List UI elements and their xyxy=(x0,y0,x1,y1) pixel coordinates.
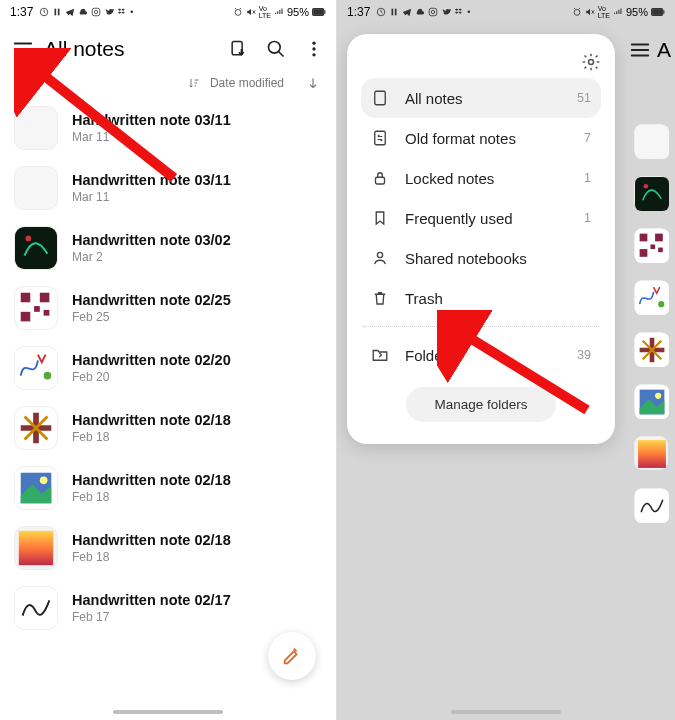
peek-thumbnail[interactable] xyxy=(634,384,668,418)
peek-thumbnail[interactable] xyxy=(634,488,668,522)
pdf-export-icon[interactable] xyxy=(228,39,248,59)
status-pause-icon xyxy=(389,7,399,17)
drawer-item-count: 7 xyxy=(584,131,591,145)
status-recent-icon xyxy=(39,7,49,17)
note-row[interactable]: Handwritten note 02/18 Feb 18 xyxy=(0,518,336,578)
svg-point-5 xyxy=(235,10,241,16)
note-date: Feb 18 xyxy=(72,550,231,564)
svg-rect-48 xyxy=(655,234,663,242)
new-note-fab[interactable] xyxy=(268,632,316,680)
drawer-item-label: Old format notes xyxy=(405,130,568,147)
page-icon xyxy=(371,89,389,107)
drawer-item-shared-notebooks[interactable]: Shared notebooks xyxy=(361,238,601,278)
sort-direction-icon[interactable] xyxy=(306,76,320,90)
note-title: Handwritten note 02/18 xyxy=(72,412,231,428)
page-title: All notes xyxy=(44,37,228,61)
status-recent-icon xyxy=(376,7,386,17)
app-header: All notes xyxy=(0,24,336,74)
svg-point-11 xyxy=(312,42,315,45)
svg-rect-19 xyxy=(21,293,31,303)
note-title: Handwritten note 03/11 xyxy=(72,172,231,188)
status-pause-icon xyxy=(52,7,62,17)
svg-point-13 xyxy=(312,53,315,56)
status-signal-icon xyxy=(613,7,623,17)
more-icon[interactable] xyxy=(304,39,324,59)
peek-thumbnail[interactable] xyxy=(634,332,668,366)
settings-gear-icon[interactable] xyxy=(581,52,601,72)
note-thumbnail xyxy=(14,106,58,150)
note-row[interactable]: Handwritten note 02/18 Feb 18 xyxy=(0,398,336,458)
drawer-item-locked-notes[interactable]: Locked notes 1 xyxy=(361,158,601,198)
home-indicator[interactable] xyxy=(113,710,223,714)
drawer-item-count: 1 xyxy=(584,211,591,225)
bookmark-icon xyxy=(371,209,389,227)
drawer-item-frequently-used[interactable]: Frequently used 1 xyxy=(361,198,601,238)
sort-row[interactable]: Date modified xyxy=(0,74,336,98)
peek-thumbnail[interactable] xyxy=(634,176,668,210)
note-row[interactable]: Handwritten note 03/11 Mar 11 xyxy=(0,98,336,158)
hamburger-menu-icon[interactable] xyxy=(12,38,34,60)
svg-rect-37 xyxy=(430,8,438,16)
svg-rect-60 xyxy=(635,489,669,523)
svg-point-65 xyxy=(377,252,382,257)
drawer-item-label: Trash xyxy=(405,290,575,307)
note-thumbnail xyxy=(14,466,58,510)
folder-icon xyxy=(371,346,389,364)
peek-thumbnail[interactable] xyxy=(634,280,668,314)
search-icon[interactable] xyxy=(266,39,286,59)
svg-rect-49 xyxy=(640,249,648,257)
note-title: Handwritten note 03/02 xyxy=(72,232,231,248)
svg-rect-50 xyxy=(650,244,655,249)
drawer-item-old-format-notes[interactable]: Old format notes 7 xyxy=(361,118,601,158)
svg-point-17 xyxy=(26,236,32,242)
drawer-item-count: 1 xyxy=(584,171,591,185)
status-cloud-icon xyxy=(78,7,88,17)
note-row[interactable]: Handwritten note 02/18 Feb 18 xyxy=(0,458,336,518)
note-row[interactable]: Handwritten note 02/20 Feb 20 xyxy=(0,338,336,398)
note-thumbnail xyxy=(14,226,58,270)
note-title: Handwritten note 02/17 xyxy=(72,592,231,608)
note-title: Handwritten note 02/25 xyxy=(72,292,231,308)
note-date: Mar 11 xyxy=(72,190,231,204)
note-row[interactable]: Handwritten note 02/25 Feb 25 xyxy=(0,278,336,338)
status-twitter-icon xyxy=(441,7,451,17)
svg-rect-59 xyxy=(638,440,666,468)
status-alarm-icon xyxy=(233,7,243,17)
note-title: Handwritten note 02/18 xyxy=(72,532,231,548)
status-time: 1:37 xyxy=(10,5,33,19)
status-battery-text: 95% xyxy=(287,6,309,18)
note-row[interactable]: Handwritten note 02/17 Feb 17 xyxy=(0,578,336,638)
left-phone-screen: 1:37 • VoLTE 95% xyxy=(0,0,337,720)
peek-thumbnail[interactable] xyxy=(634,436,668,470)
note-date: Feb 20 xyxy=(72,370,231,384)
note-thumbnail xyxy=(14,286,58,330)
peek-list xyxy=(631,124,671,522)
note-thumbnail xyxy=(14,586,58,630)
drawer-item-all-notes[interactable]: All notes 51 xyxy=(361,78,601,118)
status-time-r: 1:37 xyxy=(347,5,370,19)
svg-rect-1 xyxy=(55,9,57,16)
peek-thumbnail[interactable] xyxy=(634,124,668,158)
navigation-drawer: All notes 51 Old format notes 7 Locked n… xyxy=(347,34,615,444)
svg-rect-31 xyxy=(19,531,53,565)
svg-point-45 xyxy=(644,184,649,189)
drawer-item-label: Locked notes xyxy=(405,170,568,187)
status-dot-icon: • xyxy=(130,7,133,17)
peek-thumbnail[interactable] xyxy=(634,228,668,262)
note-date: Feb 18 xyxy=(72,430,231,444)
svg-rect-36 xyxy=(395,9,397,16)
manage-folders-button[interactable]: Manage folders xyxy=(406,387,555,422)
note-row[interactable]: Handwritten note 03/11 Mar 11 xyxy=(0,158,336,218)
status-mute-icon xyxy=(246,7,256,17)
status-battery-text-r: 95% xyxy=(626,6,648,18)
drawer-item-folders[interactable]: Folders 39 xyxy=(361,335,601,375)
drawer-item-trash[interactable]: Trash xyxy=(361,278,601,318)
hamburger-menu-icon[interactable] xyxy=(629,39,651,61)
status-mute-icon xyxy=(585,7,595,17)
svg-point-39 xyxy=(574,10,580,16)
note-date: Mar 11 xyxy=(72,130,231,144)
note-row[interactable]: Handwritten note 03/02 Mar 2 xyxy=(0,218,336,278)
note-title: Handwritten note 03/11 xyxy=(72,112,231,128)
home-indicator[interactable] xyxy=(451,710,561,714)
svg-rect-20 xyxy=(40,293,50,303)
